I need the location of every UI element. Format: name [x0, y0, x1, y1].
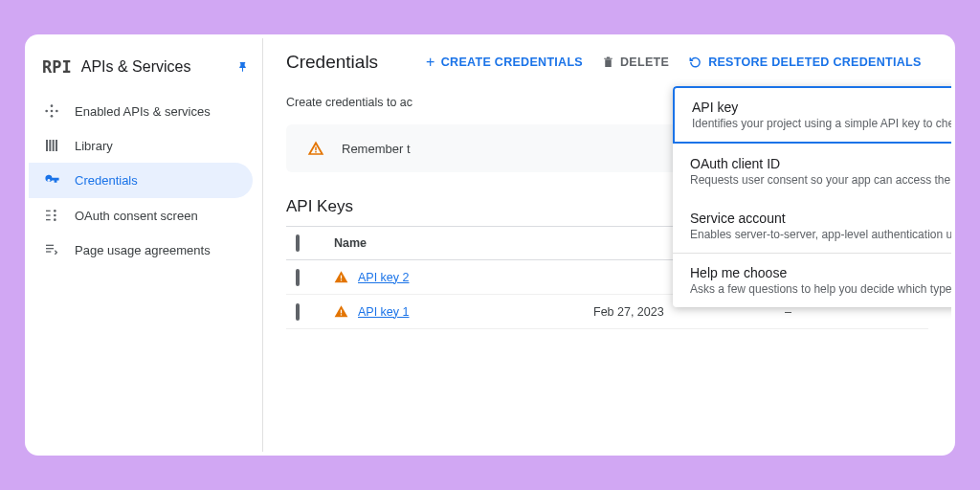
key-icon	[44, 172, 61, 189]
consent-icon	[44, 208, 61, 223]
sidebar: RPI APIs & Services Enabled APIs & servi…	[29, 38, 263, 452]
dashboard-icon	[44, 103, 61, 119]
trash-icon	[602, 56, 614, 69]
svg-rect-16	[46, 245, 54, 246]
svg-rect-21	[341, 276, 342, 279]
agreements-icon	[44, 242, 61, 257]
dropdown-item-api-key[interactable]: API key Identifies your project using a …	[673, 86, 951, 144]
dropdown-item-desc: Requests user consent so your app can ac…	[690, 173, 951, 187]
dropdown-item-help-me-choose[interactable]: Help me choose Asks a few questions to h…	[673, 253, 951, 307]
svg-point-3	[51, 115, 54, 118]
svg-point-4	[51, 110, 54, 113]
app-window: RPI APIs & Services Enabled APIs & servi…	[29, 38, 951, 452]
dropdown-item-service-account[interactable]: Service account Enables server-to-server…	[673, 198, 951, 253]
svg-rect-12	[46, 219, 51, 220]
svg-rect-17	[46, 248, 54, 249]
button-label: DELETE	[620, 56, 669, 69]
svg-rect-7	[53, 140, 55, 151]
button-label: RESTORE DELETED CREDENTIALS	[708, 56, 921, 69]
svg-point-2	[56, 110, 58, 113]
svg-point-1	[45, 110, 48, 113]
svg-rect-19	[315, 147, 317, 151]
svg-rect-6	[49, 140, 51, 151]
toolbar: Credentials + CREATE CREDENTIALS DELETE …	[286, 52, 928, 73]
svg-rect-11	[46, 214, 51, 215]
row-checkbox[interactable]	[296, 269, 300, 286]
library-icon	[44, 138, 61, 153]
svg-rect-22	[341, 279, 342, 280]
select-all-checkbox[interactable]	[296, 234, 300, 252]
restore-icon	[688, 56, 702, 69]
delete-button[interactable]: DELETE	[602, 56, 669, 69]
main-content: Credentials + CREATE CREDENTIALS DELETE …	[263, 38, 951, 452]
sidebar-item-oauth-consent[interactable]: OAuth consent screen	[29, 198, 262, 233]
page-title: Credentials	[286, 52, 378, 73]
sidebar-item-label: Enabled APIs & services	[75, 104, 211, 119]
plus-icon: +	[426, 54, 435, 71]
svg-point-14	[54, 214, 56, 217]
svg-rect-20	[315, 151, 317, 153]
svg-rect-23	[341, 310, 342, 314]
button-label: CREATE CREDENTIALS	[441, 56, 583, 69]
api-logo: RPI	[42, 57, 72, 77]
warning-icon	[307, 140, 324, 157]
warning-icon	[334, 304, 348, 319]
svg-point-13	[54, 210, 56, 212]
dropdown-item-title: OAuth client ID	[690, 156, 951, 171]
restore-button[interactable]: RESTORE DELETED CREDENTIALS	[688, 56, 921, 69]
sidebar-title: APIs & Services	[81, 58, 236, 76]
sidebar-header: RPI APIs & Services	[29, 50, 262, 94]
svg-point-0	[51, 104, 54, 107]
svg-point-9	[48, 179, 51, 182]
svg-point-15	[54, 218, 56, 221]
dropdown-item-desc: Asks a few questions to help you decide …	[690, 282, 951, 296]
pin-icon[interactable]	[236, 60, 249, 75]
svg-rect-5	[46, 140, 48, 151]
sidebar-item-label: Library	[75, 139, 113, 153]
svg-rect-24	[341, 314, 342, 315]
sidebar-item-label: Credentials	[75, 173, 138, 188]
sidebar-item-enabled-apis[interactable]: Enabled APIs & services	[29, 94, 262, 128]
create-credentials-dropdown: API key Identifies your project using a …	[673, 86, 951, 307]
sidebar-item-label: OAuth consent screen	[75, 209, 198, 223]
dropdown-item-oauth-client-id[interactable]: OAuth client ID Requests user consent so…	[673, 144, 951, 198]
banner-text: Remember t	[342, 142, 411, 156]
sidebar-item-page-usage[interactable]: Page usage agreements	[29, 233, 262, 267]
sidebar-item-label: Page usage agreements	[75, 243, 211, 257]
dropdown-item-title: Help me choose	[690, 265, 951, 280]
warning-icon	[334, 270, 348, 284]
row-checkbox[interactable]	[296, 303, 300, 321]
api-key-link[interactable]: API key 2	[358, 271, 410, 284]
dropdown-item-desc: Identifies your project using a simple A…	[692, 117, 951, 130]
create-credentials-button[interactable]: + CREATE CREDENTIALS	[426, 54, 583, 71]
dropdown-item-title: Service account	[690, 211, 951, 226]
column-header-name[interactable]: Name	[334, 236, 593, 250]
api-key-link[interactable]: API key 1	[358, 305, 410, 319]
svg-rect-10	[46, 211, 51, 212]
svg-rect-8	[56, 140, 57, 151]
svg-rect-18	[46, 251, 51, 252]
sidebar-item-library[interactable]: Library	[29, 128, 262, 163]
dropdown-item-desc: Enables server-to-server, app-level auth…	[690, 228, 951, 241]
sidebar-item-credentials[interactable]: Credentials	[29, 163, 253, 198]
dropdown-item-title: API key	[692, 100, 951, 115]
